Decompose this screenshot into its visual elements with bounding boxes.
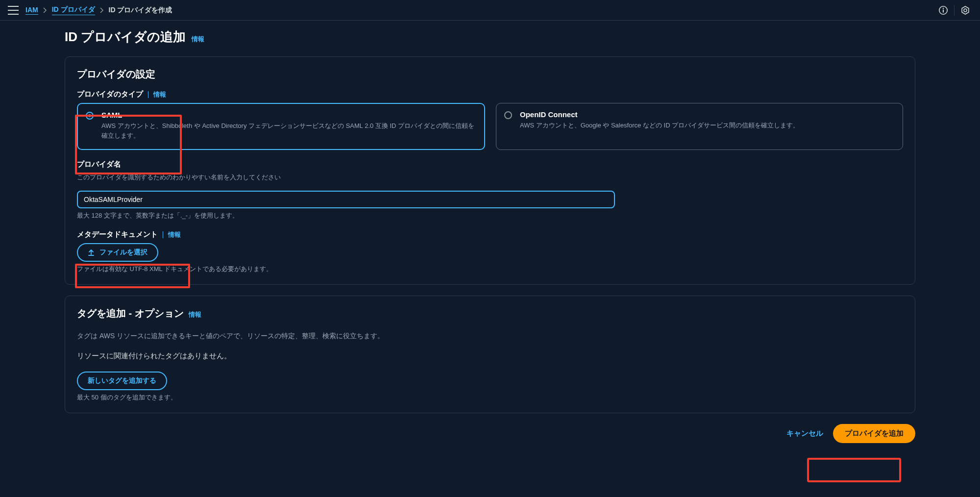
svg-point-1 (943, 7, 944, 8)
upload-icon (88, 249, 95, 256)
page-content: ID プロバイダの追加 情報 プロバイダの設定 プロバイダのタイプ 情報 SAM… (0, 21, 980, 458)
tags-status: リソースに関連付けられたタグはありません。 (77, 351, 903, 361)
breadcrumb-id-providers[interactable]: ID プロバイダ (52, 5, 95, 15)
add-tag-button[interactable]: 新しいタグを追加する (77, 372, 167, 390)
info-link[interactable]: 情報 (192, 35, 204, 44)
radio-desc: AWS アカウントと、Shibboleth や Active Directory… (101, 121, 475, 140)
info-link[interactable]: 情報 (168, 230, 181, 239)
divider (954, 5, 955, 16)
svg-marker-3 (962, 6, 969, 14)
chevron-right-icon (43, 7, 47, 13)
choose-file-label: ファイルを選択 (99, 248, 147, 257)
divider (148, 91, 148, 98)
add-tag-label: 新しいタグを追加する (88, 376, 156, 385)
provider-name-help: このプロバイダを識別するためのわかりやすい名前を入力してください (77, 173, 903, 182)
annotation-highlight (807, 458, 901, 482)
provider-type-saml[interactable]: SAML AWS アカウントと、Shibboleth や Active Dire… (77, 103, 485, 150)
footer-actions: キャンセル プロバイダを追加 (65, 424, 915, 443)
metadata-label: メタデータドキュメント (77, 230, 158, 239)
page-title: ID プロバイダの追加 (65, 28, 186, 46)
add-provider-button[interactable]: プロバイダを追加 (833, 424, 915, 443)
provider-type-label: プロバイダのタイプ (77, 90, 143, 99)
provider-type-oidc[interactable]: OpenID Connect AWS アカウントと、Google や Sales… (496, 103, 903, 150)
provider-config-heading: プロバイダの設定 (77, 68, 903, 81)
metadata-hint: ファイルは有効な UTF-8 XML ドキュメントである必要があります。 (77, 265, 903, 273)
provider-name-label: プロバイダ名 (77, 160, 121, 169)
radio-desc: AWS アカウントと、Google や Salesforce などの ID プロ… (520, 121, 894, 130)
svg-point-4 (964, 9, 967, 12)
cancel-button[interactable]: キャンセル (786, 429, 823, 438)
breadcrumb-iam[interactable]: IAM (25, 6, 38, 15)
provider-name-hint: 最大 128 文字まで、英数字または「._-」を使用します。 (77, 211, 903, 220)
chevron-right-icon (100, 7, 104, 13)
radio-title: OpenID Connect (520, 110, 894, 119)
settings-icon[interactable] (958, 3, 972, 17)
breadcrumb-current: ID プロバイダを作成 (109, 6, 172, 15)
divider (163, 231, 163, 238)
radio-icon (86, 112, 94, 120)
breadcrumb: IAM ID プロバイダ ID プロバイダを作成 (25, 5, 172, 15)
provider-name-input[interactable] (77, 191, 615, 208)
provider-config-panel: プロバイダの設定 プロバイダのタイプ 情報 SAML AWS アカウントと、Sh… (65, 56, 915, 285)
info-link[interactable]: 情報 (189, 310, 201, 319)
choose-file-button[interactable]: ファイルを選択 (77, 243, 158, 262)
topbar: IAM ID プロバイダ ID プロバイダを作成 (0, 0, 980, 21)
info-icon[interactable] (936, 3, 950, 17)
tags-hint: 最大 50 個のタグを追加できます。 (77, 393, 903, 402)
svg-rect-2 (943, 9, 944, 12)
tags-heading: タグを追加 - オプション (77, 307, 184, 320)
radio-icon (504, 111, 512, 119)
radio-title: SAML (101, 111, 475, 119)
tags-panel: タグを追加 - オプション 情報 タグは AWS リソースに追加できるキーと値の… (65, 296, 915, 413)
tags-desc: タグは AWS リソースに追加できるキーと値のペアで、リソースの特定、整理、検索… (77, 332, 903, 341)
info-link[interactable]: 情報 (153, 90, 166, 99)
hamburger-menu-icon[interactable] (8, 6, 19, 15)
